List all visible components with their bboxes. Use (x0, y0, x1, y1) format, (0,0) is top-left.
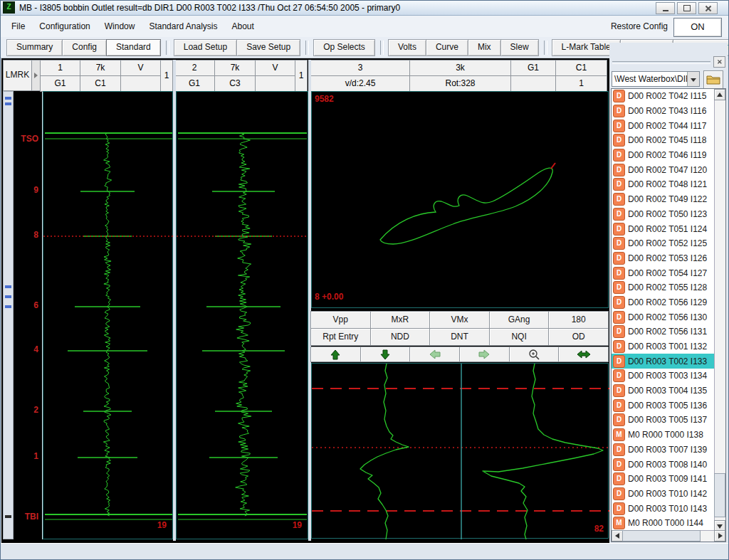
record-item[interactable]: D D00 R002 T046 I119 (612, 148, 715, 163)
liss-volts-div[interactable]: v/d:2.45 (310, 75, 410, 92)
record-item[interactable]: D D00 R002 T043 I116 (612, 104, 715, 119)
strip2-chart-number[interactable]: 2 (174, 60, 215, 76)
horizontal-scrollbar-thumb[interactable] (622, 530, 701, 541)
record-item[interactable]: D D00 R002 T042 I115 (612, 89, 715, 104)
liss-chart-number[interactable]: 3 (310, 60, 410, 76)
panel-close-button[interactable] (713, 56, 725, 68)
strip1-frequency[interactable]: 7k (80, 60, 121, 76)
toolbar-button[interactable]: Save Setup (236, 39, 300, 56)
record-item[interactable]: D D00 R003 T008 I140 (612, 457, 715, 472)
strip1-channel[interactable]: C1 (80, 75, 121, 92)
record-item[interactable]: D D00 R002 T055 I128 (612, 280, 715, 295)
measurement-button[interactable]: DNT (429, 328, 490, 346)
scrollbar-right-button[interactable] (714, 530, 725, 541)
strip-chart-2[interactable]: 19 (176, 91, 308, 539)
liss-group[interactable]: G1 (510, 60, 556, 76)
fit-width-button[interactable] (558, 347, 609, 362)
record-item[interactable]: D D00 R002 T056 I131 (612, 324, 715, 339)
record-item[interactable]: D D00 R003 T002 I133 (612, 354, 715, 369)
record-item[interactable]: M M0 R000 T000 I144 (612, 516, 715, 531)
panel-resize-handle[interactable] (612, 61, 710, 64)
toolbar-button[interactable]: Summary (6, 39, 63, 56)
record-item[interactable]: D D00 R002 T049 I122 (612, 192, 715, 207)
bottom-strip-chart[interactable]: 82 (311, 363, 609, 539)
strip1-group[interactable]: G1 (40, 75, 80, 92)
strip2-scale[interactable]: 1 (295, 60, 308, 92)
lissajous-pane[interactable]: 9582 8 +0.00 (311, 91, 609, 308)
record-item[interactable]: D D00 R003 T003 I134 (612, 369, 715, 384)
toolbar-button[interactable]: Mix (468, 39, 501, 56)
toolbar-button[interactable]: Volts (388, 39, 426, 56)
record-item[interactable]: D D00 R002 T047 I120 (612, 162, 715, 177)
measurement-button[interactable]: VMx (429, 311, 490, 329)
record-item[interactable]: D D00 R002 T044 I117 (612, 118, 715, 133)
scroll-left-button[interactable] (409, 347, 460, 362)
toolbar-button[interactable]: Config (62, 39, 107, 56)
measurement-button[interactable]: 180 (548, 311, 609, 329)
menu-item[interactable]: Window (98, 16, 142, 36)
record-item[interactable]: D D00 R003 T001 I132 (612, 339, 715, 354)
record-item[interactable]: D D00 R003 T010 I143 (612, 501, 715, 516)
strip-chart-1[interactable]: 19 (43, 91, 173, 539)
record-item[interactable]: D D00 R002 T053 I126 (612, 251, 715, 266)
measurement-button[interactable]: MxR (370, 311, 431, 329)
measurement-button[interactable]: Vpp (310, 311, 371, 329)
scroll-right-button[interactable] (459, 347, 510, 362)
strip2-group[interactable]: G1 (174, 75, 215, 92)
menu-item[interactable]: Configuration (32, 16, 97, 36)
record-item[interactable]: D D00 R002 T045 I118 (612, 133, 715, 148)
open-folder-button[interactable] (703, 70, 723, 89)
restore-config-on-toggle[interactable]: ON (673, 18, 722, 37)
liss-scale[interactable]: 1 (555, 75, 607, 92)
record-item[interactable]: D D00 R002 T048 I121 (612, 177, 715, 192)
record-item[interactable]: D D00 R002 T051 I124 (612, 221, 715, 236)
record-item[interactable]: D D00 R002 T056 I130 (612, 310, 715, 324)
minimize-button[interactable] (656, 2, 675, 14)
toolbar-button[interactable]: Standard (106, 39, 161, 56)
strip2-frequency[interactable]: 7k (214, 60, 256, 76)
measurement-button[interactable]: Rpt Entry (310, 328, 371, 346)
menu-item[interactable]: Standard Analysis (142, 16, 224, 36)
vertical-scrollbar[interactable] (714, 89, 725, 531)
measurement-button[interactable]: NQI (489, 328, 550, 346)
record-item[interactable]: D D00 R002 T052 I125 (612, 236, 715, 251)
strip2-channel[interactable]: C3 (214, 75, 256, 92)
strip1-chart-number[interactable]: 1 (40, 60, 80, 76)
close-button[interactable] (698, 2, 718, 14)
zoom-in-button[interactable] (509, 347, 560, 362)
scroll-down-button[interactable] (360, 347, 411, 362)
record-item[interactable]: D D00 R003 T005 I137 (612, 413, 715, 428)
menu-item[interactable]: File (4, 16, 32, 36)
maximize-button[interactable] (677, 2, 696, 14)
record-item[interactable]: D D00 R003 T010 I142 (612, 487, 715, 502)
record-item[interactable]: M M0 R000 T000 I138 (612, 428, 715, 443)
liss-frequency[interactable]: 3k (409, 60, 511, 76)
path-dropdown[interactable]: \West Waterbox\DIR1 (612, 71, 700, 87)
record-item[interactable]: D D00 R002 T056 I129 (612, 295, 715, 310)
record-item[interactable]: D D00 R003 T004 I135 (612, 384, 715, 398)
scrollbar-up-button[interactable] (714, 89, 725, 100)
toolbar-button[interactable]: Slew (500, 39, 539, 56)
record-item[interactable]: D D00 R003 T009 I141 (612, 472, 715, 487)
toolbar-button[interactable]: Curve (426, 39, 468, 56)
record-item[interactable]: D D00 R002 T050 I123 (612, 207, 715, 222)
liss-rotation[interactable]: Rot:328 (409, 75, 511, 92)
strip1-component[interactable]: V (120, 60, 161, 76)
scroll-up-button[interactable] (310, 347, 361, 362)
vertical-scrollbar-thumb[interactable] (714, 473, 725, 517)
record-item[interactable]: D D00 R003 T007 I139 (612, 443, 715, 458)
record-item[interactable]: D D00 R003 T005 I136 (612, 398, 715, 413)
scrollbar-left-button[interactable] (612, 530, 623, 541)
liss-channel[interactable]: C1 (555, 60, 607, 76)
dropdown-arrow-icon[interactable] (687, 72, 699, 86)
strip1-scale[interactable]: 1 (160, 60, 173, 92)
measurement-button[interactable]: GAng (489, 311, 550, 329)
strip2-component[interactable]: V (255, 60, 295, 76)
record-item[interactable]: D D00 R002 T054 I127 (612, 265, 715, 280)
measurement-button[interactable]: OD (548, 328, 609, 346)
menu-item[interactable]: About (224, 16, 261, 36)
toolbar-button[interactable]: Load Setup (174, 39, 237, 56)
horizontal-scrollbar[interactable] (612, 530, 725, 541)
toolbar-button[interactable]: Op Selects (313, 39, 375, 56)
landmark-minimap[interactable] (3, 91, 14, 539)
